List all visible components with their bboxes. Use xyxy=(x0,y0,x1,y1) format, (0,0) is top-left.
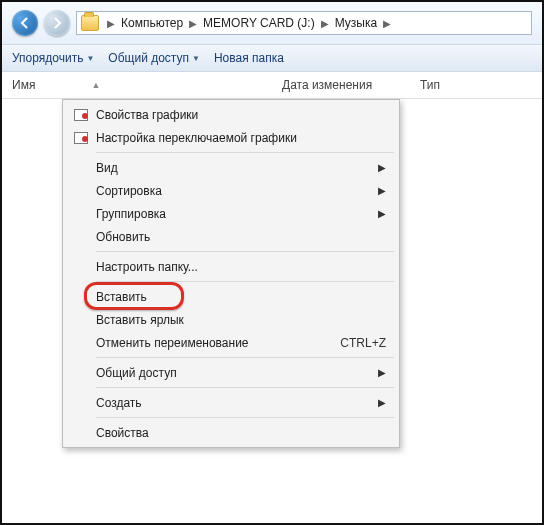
context-menu: Свойства графики Настройка переключаемой… xyxy=(62,99,400,448)
column-type[interactable]: Тип xyxy=(420,78,532,92)
menu-group[interactable]: Группировка ▶ xyxy=(66,202,396,225)
menu-label: Группировка xyxy=(96,207,166,221)
chevron-down-icon: ▼ xyxy=(86,54,94,63)
file-list-area[interactable]: Свойства графики Настройка переключаемой… xyxy=(2,99,542,479)
chevron-right-icon: ▶ xyxy=(321,18,329,29)
menu-paste-shortcut[interactable]: Вставить ярлык xyxy=(66,308,396,331)
chevron-right-icon: ▶ xyxy=(378,185,386,196)
menu-separator xyxy=(96,251,394,252)
nav-forward-button[interactable] xyxy=(44,10,70,36)
toolbar-organize-label: Упорядочить xyxy=(12,51,83,65)
column-type-label: Тип xyxy=(420,78,440,92)
menu-shortcut: CTRL+Z xyxy=(340,336,386,350)
breadcrumb[interactable]: ▶ Компьютер ▶ MEMORY CARD (J:) ▶ Музыка … xyxy=(76,11,532,35)
chevron-right-icon: ▶ xyxy=(189,18,197,29)
breadcrumb-computer[interactable]: Компьютер xyxy=(119,16,185,30)
menu-separator xyxy=(96,357,394,358)
chevron-down-icon: ▼ xyxy=(192,54,200,63)
nav-back-button[interactable] xyxy=(12,10,38,36)
column-date[interactable]: Дата изменения xyxy=(282,78,420,92)
toolbar-share-label: Общий доступ xyxy=(108,51,189,65)
menu-separator xyxy=(96,417,394,418)
chevron-right-icon: ▶ xyxy=(378,162,386,173)
toolbar-organize[interactable]: Упорядочить ▼ xyxy=(12,51,94,65)
chevron-right-icon: ▶ xyxy=(378,367,386,378)
chevron-right-icon: ▶ xyxy=(383,18,391,29)
menu-label: Вставить ярлык xyxy=(96,313,184,327)
menu-label: Отменить переименование xyxy=(96,336,249,350)
breadcrumb-memory-card[interactable]: MEMORY CARD (J:) xyxy=(201,16,317,30)
menu-label: Создать xyxy=(96,396,142,410)
menu-properties[interactable]: Свойства xyxy=(66,421,396,444)
folder-icon xyxy=(81,15,99,31)
menu-label: Общий доступ xyxy=(96,366,177,380)
chevron-right-icon: ▶ xyxy=(107,18,115,29)
display-icon xyxy=(72,107,90,123)
menu-paste[interactable]: Вставить xyxy=(66,285,396,308)
menu-graphics-switch[interactable]: Настройка переключаемой графики xyxy=(66,126,396,149)
column-name[interactable]: Имя ▲ xyxy=(12,78,282,92)
menu-label: Вид xyxy=(96,161,118,175)
menu-graphics-properties[interactable]: Свойства графики xyxy=(66,103,396,126)
toolbar: Упорядочить ▼ Общий доступ ▼ Новая папка xyxy=(2,45,542,72)
nav-bar: ▶ Компьютер ▶ MEMORY CARD (J:) ▶ Музыка … xyxy=(2,2,542,45)
menu-customize-folder[interactable]: Настроить папку... xyxy=(66,255,396,278)
display-icon xyxy=(72,130,90,146)
column-date-label: Дата изменения xyxy=(282,78,372,92)
breadcrumb-music[interactable]: Музыка xyxy=(333,16,379,30)
menu-label: Обновить xyxy=(96,230,150,244)
menu-undo-rename[interactable]: Отменить переименование CTRL+Z xyxy=(66,331,396,354)
toolbar-new-folder-label: Новая папка xyxy=(214,51,284,65)
sort-ascending-icon: ▲ xyxy=(91,80,100,90)
menu-create[interactable]: Создать ▶ xyxy=(66,391,396,414)
menu-label: Настройка переключаемой графики xyxy=(96,131,297,145)
menu-separator xyxy=(96,281,394,282)
chevron-right-icon: ▶ xyxy=(378,397,386,408)
menu-label: Настроить папку... xyxy=(96,260,198,274)
menu-label: Сортировка xyxy=(96,184,162,198)
menu-sort[interactable]: Сортировка ▶ xyxy=(66,179,396,202)
menu-separator xyxy=(96,387,394,388)
toolbar-share[interactable]: Общий доступ ▼ xyxy=(108,51,200,65)
menu-label: Свойства xyxy=(96,426,149,440)
menu-refresh[interactable]: Обновить xyxy=(66,225,396,248)
column-name-label: Имя xyxy=(12,78,35,92)
toolbar-new-folder[interactable]: Новая папка xyxy=(214,51,284,65)
menu-label: Вставить xyxy=(96,290,147,304)
menu-separator xyxy=(96,152,394,153)
chevron-right-icon: ▶ xyxy=(378,208,386,219)
column-headers: Имя ▲ Дата изменения Тип xyxy=(2,72,542,99)
menu-view[interactable]: Вид ▶ xyxy=(66,156,396,179)
menu-label: Свойства графики xyxy=(96,108,198,122)
menu-share-access[interactable]: Общий доступ ▶ xyxy=(66,361,396,384)
